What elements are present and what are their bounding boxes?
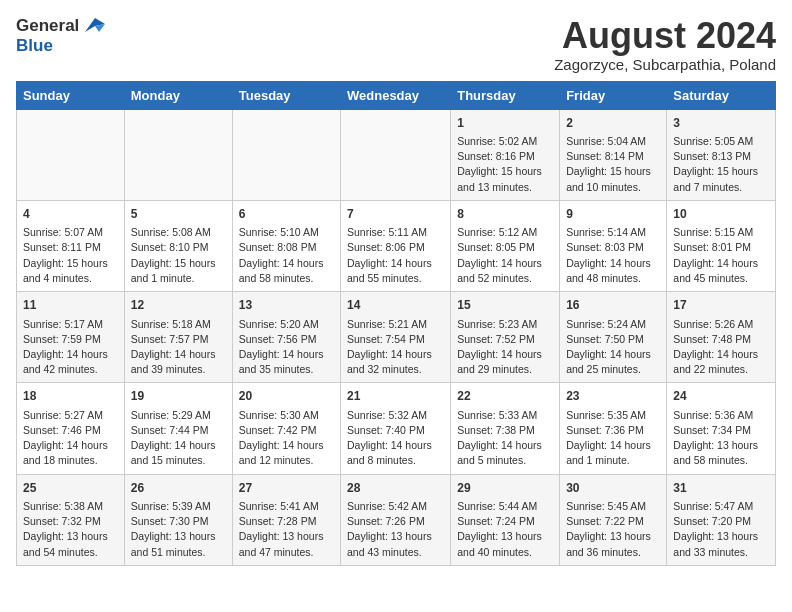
day-info: Sunrise: 5:07 AM <box>23 225 118 240</box>
day-info: Sunrise: 5:21 AM <box>347 317 444 332</box>
cell-2-3: 6Sunrise: 5:10 AMSunset: 8:08 PMDaylight… <box>232 200 340 291</box>
week-row-5: 25Sunrise: 5:38 AMSunset: 7:32 PMDayligh… <box>17 474 776 565</box>
day-info: Sunrise: 5:05 AM <box>673 134 769 149</box>
day-number: 6 <box>239 206 334 223</box>
cell-5-7: 31Sunrise: 5:47 AMSunset: 7:20 PMDayligh… <box>667 474 776 565</box>
day-number: 28 <box>347 480 444 497</box>
day-info: Sunset: 7:30 PM <box>131 514 226 529</box>
day-info: Sunrise: 5:36 AM <box>673 408 769 423</box>
day-number: 2 <box>566 115 660 132</box>
day-info: Sunset: 7:54 PM <box>347 332 444 347</box>
cell-5-1: 25Sunrise: 5:38 AMSunset: 7:32 PMDayligh… <box>17 474 125 565</box>
day-info: Daylight: 14 hours <box>347 438 444 453</box>
day-number: 30 <box>566 480 660 497</box>
day-number: 15 <box>457 297 553 314</box>
day-number: 11 <box>23 297 118 314</box>
day-info: Sunrise: 5:04 AM <box>566 134 660 149</box>
day-info: Daylight: 14 hours <box>566 256 660 271</box>
day-info: Sunset: 8:11 PM <box>23 240 118 255</box>
day-info: Sunrise: 5:18 AM <box>131 317 226 332</box>
day-info: and 7 minutes. <box>673 180 769 195</box>
cell-1-6: 2Sunrise: 5:04 AMSunset: 8:14 PMDaylight… <box>560 109 667 200</box>
day-info: and 58 minutes. <box>239 271 334 286</box>
cell-2-2: 5Sunrise: 5:08 AMSunset: 8:10 PMDaylight… <box>124 200 232 291</box>
day-info: Sunrise: 5:32 AM <box>347 408 444 423</box>
day-info: Sunrise: 5:26 AM <box>673 317 769 332</box>
day-info: Sunset: 7:50 PM <box>566 332 660 347</box>
day-number: 8 <box>457 206 553 223</box>
cell-5-6: 30Sunrise: 5:45 AMSunset: 7:22 PMDayligh… <box>560 474 667 565</box>
day-info: Daylight: 15 hours <box>23 256 118 271</box>
day-number: 19 <box>131 388 226 405</box>
day-info: Sunset: 8:05 PM <box>457 240 553 255</box>
day-info: Daylight: 15 hours <box>131 256 226 271</box>
day-info: Daylight: 13 hours <box>131 529 226 544</box>
day-info: and 35 minutes. <box>239 362 334 377</box>
day-info: Sunset: 8:13 PM <box>673 149 769 164</box>
cell-2-4: 7Sunrise: 5:11 AMSunset: 8:06 PMDaylight… <box>341 200 451 291</box>
cell-5-4: 28Sunrise: 5:42 AMSunset: 7:26 PMDayligh… <box>341 474 451 565</box>
day-info: Daylight: 13 hours <box>566 529 660 544</box>
header-saturday: Saturday <box>667 81 776 109</box>
logo-general-text: General <box>16 16 79 36</box>
logo-bird-icon <box>83 16 105 34</box>
day-info: Sunrise: 5:29 AM <box>131 408 226 423</box>
day-info: and 52 minutes. <box>457 271 553 286</box>
day-info: Sunrise: 5:38 AM <box>23 499 118 514</box>
day-info: and 1 minute. <box>566 453 660 468</box>
day-number: 20 <box>239 388 334 405</box>
day-info: and 58 minutes. <box>673 453 769 468</box>
day-info: and 32 minutes. <box>347 362 444 377</box>
day-info: Daylight: 14 hours <box>239 256 334 271</box>
day-info: and 36 minutes. <box>566 545 660 560</box>
day-info: Daylight: 15 hours <box>566 164 660 179</box>
day-info: Sunrise: 5:17 AM <box>23 317 118 332</box>
day-number: 17 <box>673 297 769 314</box>
day-info: Sunrise: 5:33 AM <box>457 408 553 423</box>
day-info: Sunrise: 5:41 AM <box>239 499 334 514</box>
day-info: Sunset: 7:40 PM <box>347 423 444 438</box>
day-info: Sunrise: 5:10 AM <box>239 225 334 240</box>
day-info: and 43 minutes. <box>347 545 444 560</box>
day-number: 23 <box>566 388 660 405</box>
calendar-header-row: SundayMondayTuesdayWednesdayThursdayFrid… <box>17 81 776 109</box>
day-info: Sunrise: 5:45 AM <box>566 499 660 514</box>
day-info: Sunrise: 5:39 AM <box>131 499 226 514</box>
day-info: and 48 minutes. <box>566 271 660 286</box>
day-info: Daylight: 13 hours <box>239 529 334 544</box>
day-info: Sunset: 8:03 PM <box>566 240 660 255</box>
cell-2-6: 9Sunrise: 5:14 AMSunset: 8:03 PMDaylight… <box>560 200 667 291</box>
cell-4-6: 23Sunrise: 5:35 AMSunset: 7:36 PMDayligh… <box>560 383 667 474</box>
day-info: Sunset: 7:48 PM <box>673 332 769 347</box>
cell-4-2: 19Sunrise: 5:29 AMSunset: 7:44 PMDayligh… <box>124 383 232 474</box>
cell-5-5: 29Sunrise: 5:44 AMSunset: 7:24 PMDayligh… <box>451 474 560 565</box>
day-info: Sunrise: 5:23 AM <box>457 317 553 332</box>
cell-4-1: 18Sunrise: 5:27 AMSunset: 7:46 PMDayligh… <box>17 383 125 474</box>
day-info: and 25 minutes. <box>566 362 660 377</box>
cell-1-2 <box>124 109 232 200</box>
cell-3-5: 15Sunrise: 5:23 AMSunset: 7:52 PMDayligh… <box>451 292 560 383</box>
day-info: Sunset: 7:32 PM <box>23 514 118 529</box>
day-number: 1 <box>457 115 553 132</box>
day-info: and 4 minutes. <box>23 271 118 286</box>
cell-4-7: 24Sunrise: 5:36 AMSunset: 7:34 PMDayligh… <box>667 383 776 474</box>
week-row-4: 18Sunrise: 5:27 AMSunset: 7:46 PMDayligh… <box>17 383 776 474</box>
week-row-3: 11Sunrise: 5:17 AMSunset: 7:59 PMDayligh… <box>17 292 776 383</box>
day-info: Sunrise: 5:08 AM <box>131 225 226 240</box>
day-info: Sunset: 7:26 PM <box>347 514 444 529</box>
day-number: 12 <box>131 297 226 314</box>
cell-5-2: 26Sunrise: 5:39 AMSunset: 7:30 PMDayligh… <box>124 474 232 565</box>
header-monday: Monday <box>124 81 232 109</box>
day-info: and 10 minutes. <box>566 180 660 195</box>
day-info: Sunset: 8:14 PM <box>566 149 660 164</box>
day-info: and 54 minutes. <box>23 545 118 560</box>
day-info: Sunset: 7:28 PM <box>239 514 334 529</box>
day-info: Daylight: 13 hours <box>673 438 769 453</box>
header-sunday: Sunday <box>17 81 125 109</box>
day-info: Sunrise: 5:15 AM <box>673 225 769 240</box>
day-info: Daylight: 15 hours <box>673 164 769 179</box>
day-info: Daylight: 14 hours <box>566 438 660 453</box>
cell-3-7: 17Sunrise: 5:26 AMSunset: 7:48 PMDayligh… <box>667 292 776 383</box>
cell-1-1 <box>17 109 125 200</box>
day-info: and 33 minutes. <box>673 545 769 560</box>
